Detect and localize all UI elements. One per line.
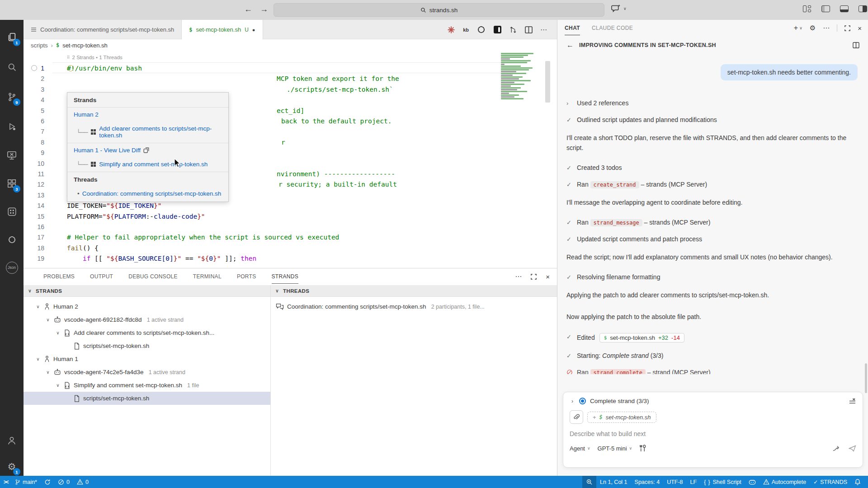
status-remote-indicator[interactable]: >< [0, 476, 11, 488]
chat-message-list[interactable]: set-mcp-token.sh needs better commenting… [557, 56, 868, 392]
nav-back-icon[interactable]: ← [244, 5, 252, 14]
todo-checklist-icon[interactable] [849, 398, 856, 404]
popup-strand-link[interactable]: └──Add clearer comments to scripts/set-m… [67, 122, 228, 143]
strands-section-header[interactable]: ∨ STRANDS [24, 285, 270, 297]
activity-item-json-profile[interactable]: Json [0, 256, 24, 279]
panel-logo-icon[interactable] [494, 26, 501, 33]
expand-chat-icon[interactable] [844, 25, 850, 31]
mode-select[interactable]: Agent∨ [570, 445, 590, 452]
activity-item-accounts[interactable] [0, 429, 24, 452]
more-actions-icon[interactable]: ⋯ [823, 24, 830, 32]
activity-item-openai[interactable] [0, 228, 24, 251]
popup-thread-link[interactable]: •Coordination: commenting scripts/set-mc… [67, 187, 228, 202]
send-icon[interactable] [849, 445, 856, 452]
new-chat-button[interactable]: +∨ [794, 24, 802, 32]
panel-tab-strands[interactable]: STRANDS [272, 269, 298, 284]
attachment-chip[interactable]: + $ set-mcp-token.sh [587, 412, 656, 423]
status-language-mode[interactable]: { }Shell Script [700, 476, 745, 488]
status-notifications[interactable] [851, 476, 864, 488]
dirty-dot-icon[interactable]: ● [252, 27, 255, 33]
kb-extension-icon[interactable]: kb [463, 27, 469, 33]
strands-asterisk-icon[interactable] [447, 26, 455, 34]
breadcrumb[interactable]: scripts › $ set-mcp-token.sh [24, 39, 557, 51]
active-strand-radio-icon[interactable] [579, 398, 586, 404]
tree-row[interactable]: ∨Human 1 [24, 352, 270, 366]
chat-input[interactable]: Describe what to build next [570, 430, 856, 437]
chevron-right-icon[interactable]: › [570, 398, 575, 404]
redirect-icon[interactable] [833, 446, 840, 451]
status-strands-status[interactable]: ✓STRANDS [810, 476, 851, 488]
attach-file-button[interactable] [570, 410, 583, 424]
threads-section-header[interactable]: ∨ THREADS [271, 285, 557, 297]
activity-item-extensions[interactable]: 3 [0, 172, 24, 195]
status-autocomplete[interactable]: Autocomplete [760, 476, 810, 488]
status-zoom-control[interactable] [582, 476, 596, 488]
split-editor-icon[interactable] [525, 26, 533, 33]
activity-item-explorer[interactable]: 1 [0, 25, 24, 49]
thread-row[interactable]: Coordination: commenting scripts/set-mcp… [276, 300, 552, 313]
strands-codelens[interactable]: ⠿ 2 Strands • 1 Threads [67, 55, 123, 60]
status-copilot[interactable] [745, 476, 760, 488]
copilot-chat-toggle[interactable]: ∨ [611, 4, 627, 13]
openai-icon [7, 235, 17, 244]
popup-strand-link[interactable]: └──Simplify and comment set-mcp-token.sh [67, 157, 228, 172]
panel-tab-ports[interactable]: PORTS [237, 273, 256, 280]
close-panel-icon[interactable]: × [546, 273, 550, 281]
tree-row[interactable]: ∨vscode-agent-692182-ffdc8d1 active stra… [24, 313, 270, 326]
toggle-secondary-sidebar-icon[interactable] [859, 5, 867, 12]
tree-row[interactable]: ∨vscode-agent-74c2e5-fa4d3e1 active stra… [24, 366, 270, 379]
toggle-primary-sidebar-icon[interactable] [821, 5, 830, 12]
tree-row[interactable]: ∨Simplify and comment set-mcp-token.sh1 … [24, 379, 270, 392]
panel-tab-output[interactable]: OUTPUT [90, 273, 113, 280]
status-indentation[interactable]: Spaces: 4 [631, 476, 664, 488]
tree-row[interactable]: scripts/set-mcp-token.sh [24, 392, 270, 405]
status-git-branch[interactable]: main* [11, 476, 41, 488]
activity-item-remote-explorer[interactable] [0, 144, 24, 167]
more-actions-icon[interactable]: ⋯ [515, 272, 522, 281]
more-actions-icon[interactable]: ⋯ [540, 26, 547, 34]
activity-item-source-control[interactable]: 9 [0, 85, 24, 108]
tab-set-mcp-token[interactable]: $ set-mcp-token.sh U ● [182, 20, 263, 39]
tab-chat[interactable]: CHAT [565, 21, 580, 35]
command-center-search[interactable]: strands.sh [274, 3, 604, 17]
maximize-panel-icon[interactable] [531, 274, 537, 280]
settings-gear-icon[interactable]: ⚙ [810, 24, 816, 32]
tab-coordination-thread[interactable]: Coordination: commenting scripts/set-mcp… [24, 20, 182, 39]
status-encoding[interactable]: UTF-8 [663, 476, 686, 488]
close-chat-icon[interactable]: × [858, 24, 862, 32]
status-warnings[interactable]: 0 [73, 476, 92, 488]
breadcrumb-file[interactable]: set-mcp-token.sh [62, 42, 108, 49]
status-sync[interactable] [41, 476, 54, 488]
panel-tab-terminal[interactable]: TERMINAL [193, 273, 222, 280]
nav-forward-icon[interactable]: → [260, 5, 268, 14]
back-arrow-icon[interactable]: ← [566, 41, 574, 49]
popup-link[interactable]: Human 2 [67, 108, 228, 122]
compare-changes-icon[interactable] [509, 26, 517, 34]
references-row[interactable]: ›Used 2 references [566, 99, 859, 107]
tree-row[interactable]: scripts/set-mcp-token.sh [24, 339, 270, 352]
popup-link[interactable]: Human 1 - View Live Diff [67, 143, 228, 157]
customize-layout-icon[interactable] [803, 5, 811, 12]
panel-tab-debug-console[interactable]: DEBUG CONSOLE [128, 273, 178, 280]
tree-row[interactable]: ∨Human 2 [24, 300, 270, 313]
tree-row[interactable]: ∨Add clearer comments to scripts/set-mcp… [24, 326, 270, 339]
code-editor[interactable]: ⠿ 2 Strands • 1 Threads 1#!/usr/bin/env … [24, 51, 557, 268]
editor-scrollbar[interactable] [545, 61, 550, 103]
activity-item-search[interactable] [0, 55, 24, 79]
breadcrumb-folder[interactable]: scripts [31, 42, 48, 49]
edited-file-chip[interactable]: $set-mcp-token.sh+32-14 [599, 333, 684, 343]
openai-icon[interactable] [476, 25, 486, 34]
tab-claude-code[interactable]: CLAUDE CODE [592, 25, 633, 31]
status-cursor-position[interactable]: Ln 1, Col 1 [596, 476, 631, 488]
tools-icon[interactable] [639, 445, 646, 452]
toggle-panel-icon[interactable] [840, 5, 849, 12]
status-errors[interactable]: 0 [54, 476, 73, 488]
model-select[interactable]: GPT-5 mini∨ [598, 445, 632, 452]
chat-scrollbar[interactable] [865, 363, 867, 393]
panel-tab-problems[interactable]: PROBLEMS [43, 273, 75, 280]
activity-item-run-debug[interactable] [0, 115, 24, 138]
activity-item-custom-grid[interactable] [0, 200, 24, 223]
open-in-editor-icon[interactable] [853, 42, 859, 48]
status-eol[interactable]: LF [687, 476, 701, 488]
activity-item-settings[interactable]: ⚙1 [0, 455, 24, 478]
